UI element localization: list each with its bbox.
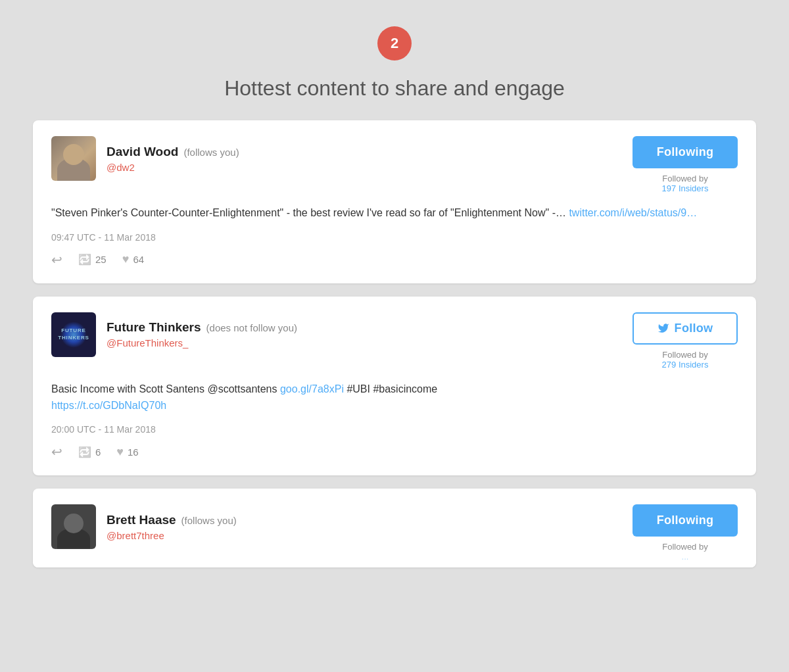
- follow-status-2: (does not follow you): [206, 322, 297, 333]
- user-details-3: Brett Haase (follows you) @brett7three: [107, 513, 237, 541]
- retweet-count-1: 25: [95, 254, 107, 265]
- reply-icon-2[interactable]: [51, 444, 62, 460]
- avatar-brett-haase: [51, 504, 96, 549]
- heart-icon-1: [122, 252, 130, 266]
- page-header: 2 Hottest content to share and engage: [0, 13, 789, 120]
- user-name-row-2: Future Thinkers (does not follow you): [107, 320, 297, 335]
- user-info-1: David Wood (follows you) @dw2: [51, 136, 239, 181]
- user-details-1: David Wood (follows you) @dw2: [107, 145, 239, 173]
- tweet-actions-2: 6 16: [51, 444, 738, 460]
- following-button-1[interactable]: Following: [633, 136, 738, 168]
- tweet-timestamp-2: 20:00 UTC - 11 Mar 2018: [51, 424, 738, 435]
- step-badge: 2: [377, 26, 412, 60]
- tweets-container: David Wood (follows you) @dw2 Following …: [20, 120, 769, 567]
- follow-status-1: (follows you): [183, 147, 239, 158]
- user-name-2: Future Thinkers: [107, 320, 201, 335]
- retweet-icon-2: [78, 446, 91, 458]
- reply-icon-1[interactable]: [51, 252, 62, 268]
- following-button-3[interactable]: Following: [633, 504, 738, 537]
- tweet-link-2a[interactable]: goo.gl/7a8xPi: [280, 383, 344, 395]
- retweet-count-2: 6: [95, 446, 101, 458]
- avatar-future-thinkers: FUTURETHINKERS: [51, 312, 96, 357]
- followed-by-1: Followed by 197 Insiders: [662, 174, 709, 193]
- like-action-1[interactable]: 64: [122, 252, 144, 266]
- avatar-david-wood: [51, 136, 96, 181]
- tweet-content-2: Basic Income with Scott Santens @scottsa…: [51, 381, 738, 414]
- heart-icon-2: [116, 445, 124, 459]
- like-count-1: 64: [133, 254, 144, 265]
- user-details-2: Future Thinkers (does not follow you) @F…: [107, 320, 297, 348]
- tweet-actions-1: 25 64: [51, 252, 738, 268]
- card-header-2: FUTURETHINKERS Future Thinkers (does not…: [51, 312, 738, 370]
- like-action-2[interactable]: 16: [116, 445, 138, 459]
- like-count-2: 16: [128, 446, 139, 458]
- follow-status-3: (follows you): [181, 515, 237, 526]
- card-header-1: David Wood (follows you) @dw2 Following …: [51, 136, 738, 193]
- user-name-row-1: David Wood (follows you): [107, 145, 239, 159]
- user-handle-3[interactable]: @brett7three: [107, 530, 237, 541]
- user-name-row-3: Brett Haase (follows you): [107, 513, 237, 527]
- user-name-1: David Wood: [107, 145, 178, 159]
- tweet-link-1[interactable]: twitter.com/i/web/status/9…: [569, 207, 697, 218]
- followed-by-2: Followed by 279 Insiders: [662, 350, 709, 370]
- tweet-link-2b[interactable]: https://t.co/GDbNaIQ70h: [51, 400, 166, 411]
- tweet-timestamp-1: 09:47 UTC - 11 Mar 2018: [51, 232, 738, 243]
- follow-button-2[interactable]: Follow: [633, 312, 738, 345]
- page-title: Hottest content to share and engage: [224, 76, 565, 101]
- user-handle-1[interactable]: @dw2: [107, 162, 239, 173]
- tweet-card-3: Brett Haase (follows you) @brett7three F…: [33, 489, 756, 567]
- retweet-icon-1: [78, 253, 91, 266]
- user-name-3: Brett Haase: [107, 513, 176, 527]
- twitter-bird-icon: [658, 322, 669, 334]
- tweet-card-2: FUTURETHINKERS Future Thinkers (does not…: [33, 297, 756, 476]
- user-info-3: Brett Haase (follows you) @brett7three: [51, 504, 237, 549]
- user-info-2: FUTURETHINKERS Future Thinkers (does not…: [51, 312, 297, 357]
- tweet-content-1: "Steven Pinker's Counter-Counter-Enlight…: [51, 205, 738, 222]
- retweet-action-1[interactable]: 25: [78, 253, 107, 266]
- insider-count-1[interactable]: 197 Insiders: [662, 183, 709, 193]
- action-area-1: Following Followed by 197 Insiders: [633, 136, 738, 193]
- retweet-action-2[interactable]: 6: [78, 446, 101, 458]
- tweet-card-1: David Wood (follows you) @dw2 Following …: [33, 120, 756, 283]
- insider-count-2[interactable]: 279 Insiders: [662, 360, 709, 370]
- action-area-2: Follow Followed by 279 Insiders: [633, 312, 738, 370]
- user-handle-2[interactable]: @FutureThinkers_: [107, 337, 297, 348]
